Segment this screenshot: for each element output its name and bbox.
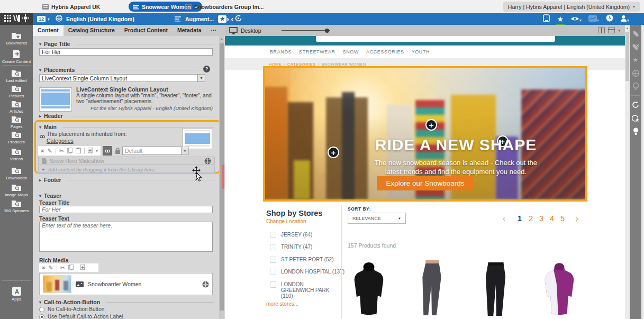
call-icon[interactable] [631,29,640,38]
tab-more[interactable]: ··· [206,25,222,36]
view-select-caret[interactable]: ▼ [182,147,189,155]
device-width-slider[interactable] [282,30,330,31]
slider-knob[interactable] [325,29,329,33]
scroll-up-icon[interactable]: ▲ [219,36,224,42]
drop-zone[interactable]: + Add content by dragging it from the Li… [38,166,215,173]
split-view-icon[interactable] [598,28,605,33]
page-title-input[interactable] [39,48,213,56]
insert-icon[interactable] [80,265,85,271]
remove-icon[interactable]: × [42,265,45,271]
publish-globe-icon[interactable] [631,69,640,77]
tab-content[interactable]: Content [33,25,64,36]
checkbox[interactable] [270,281,276,288]
edit-pencil-icon[interactable]: ✎ [48,265,53,271]
product-image-jacket-black[interactable] [340,259,398,318]
store-filter-item[interactable]: LONDON GREENWICH PARK (110) [270,281,338,299]
cut-icon[interactable]: ✂ [60,265,65,271]
tab-product-content[interactable]: Product Content [120,25,173,36]
augment-label[interactable]: Augment... [185,16,214,22]
nav-item-snow[interactable]: SNOW [343,49,359,54]
tab-metadata[interactable]: Metadata [173,25,206,36]
pagination-page-2[interactable]: 2 [529,214,533,223]
sort-select[interactable]: RELEVANCE ▼ [348,213,406,224]
store-filter-item[interactable]: ST PETER PORT (52) [270,257,333,263]
change-location-link[interactable]: Change Location [266,218,306,224]
pagination-page-5[interactable]: 5 [560,214,565,223]
window-view-icon[interactable] [608,28,615,33]
section-placements[interactable]: ▾ Placements [39,67,198,73]
pagination-page-1[interactable]: 1 [518,214,522,223]
hero-slideshow-highlight[interactable]: + + + RIDE A NEW SHAPE The new snowboard… [263,66,587,202]
remove-icon[interactable]: × [41,148,44,154]
teaser-text-input[interactable] [39,222,213,252]
caret-down-icon[interactable]: ▾ [618,29,620,33]
help-icon[interactable]: ? [203,66,210,72]
workspace-tab-snowboarders[interactable]: Snowboarders Group Im... [181,2,268,12]
user-menu-button[interactable]: Harry | Hybris Apparel | English (United… [503,2,640,12]
teaser-title-input[interactable] [39,206,213,213]
store-filter-item[interactable]: LONDON HOSPITAL (137) [270,269,344,275]
workflow-check-icon[interactable]: ★ [218,15,226,23]
time-travel-clock-icon[interactable] [606,14,613,24]
checkbox[interactable] [270,232,276,238]
store-filter-item[interactable]: TRINITY (47) [270,244,312,250]
globe-remove-icon[interactable] [631,114,640,122]
locale-version-icon[interactable]: 12 [37,16,46,22]
sidebar-item-videos[interactable]: Videos [0,148,33,161]
insert-icon[interactable] [88,148,93,154]
product-image-pants-black[interactable] [467,259,525,318]
form-scrollbar[interactable]: ▲ [219,36,224,319]
edit-pencil-icon[interactable]: ✎ [47,148,52,154]
checkbox[interactable] [270,244,276,250]
lightbulb-icon[interactable] [631,127,640,135]
apps-grid-icon[interactable] [4,14,11,24]
withdraw-globe-icon[interactable] [631,82,640,90]
translation-refresh-icon[interactable] [631,101,640,109]
inherit-toggle-button[interactable] [103,146,112,156]
pagination-page-4[interactable]: 4 [550,214,554,223]
globe-status-icon[interactable] [204,158,211,165]
caret-down-icon[interactable]: ▾ [48,17,50,22]
cut-icon[interactable]: ✂ [59,148,64,154]
radio-checked[interactable] [39,314,44,319]
view-select[interactable]: Default [122,147,182,155]
analytics-icon[interactable]: ▾ [588,14,599,24]
product-image-pants-grey[interactable] [403,259,461,318]
sidebar-item-bookmarks[interactable]: Bookmarks [0,32,33,45]
cta-option-none[interactable]: No Call-to-Action Button [39,306,104,312]
favorites-star-icon[interactable]: ★ [557,15,564,23]
layout-select-caret[interactable]: ▼ [198,74,205,82]
cta-option-default[interactable]: Use Default Call-to-Action Label [39,314,123,319]
nav-item-brands[interactable]: BRANDS [270,49,292,54]
sidebar-item-last-edited[interactable]: Last edited [0,69,33,83]
globe-status-icon[interactable] [202,281,209,288]
scroll-up-icon[interactable]: ▲ [625,25,630,31]
preview-scrollbar[interactable]: ▲ [625,25,630,319]
layout-select[interactable]: LiveContext Single Column Layout [39,74,198,82]
hotspot-plus-icon[interactable]: + [425,119,437,131]
nav-item-streetwear[interactable]: STREETWEAR [299,49,335,54]
checkbox[interactable] [270,257,276,263]
workspace-tab-hybris[interactable]: Hybris Apparel UK [38,2,104,12]
reload-preview-icon[interactable] [234,14,242,24]
approve-check-icon[interactable]: ★ [631,56,640,64]
caret-down-icon[interactable]: ▾ [96,149,98,153]
nav-item-accessories[interactable]: ACCESSORIES [366,49,404,54]
radio-unchecked[interactable] [39,307,44,312]
store-filter-item[interactable]: JERSEY (64) [270,232,312,238]
call-end-icon[interactable] [631,42,640,51]
placement-item-row[interactable]: Snow Hero Slideshow [38,157,215,165]
inherited-categories-link[interactable]: Categories [47,138,74,144]
tab-catalog-structure[interactable]: Catalog Structure [64,25,120,36]
header-chevron-down-icon[interactable]: ▼ [517,39,521,43]
pagination-next[interactable]: › [576,214,578,223]
nav-item-youth[interactable]: YOUTH [412,49,430,54]
control-room-icon[interactable] [22,14,29,24]
sidebar-item-products[interactable]: Products [0,131,33,144]
sidebar-item-360-spinners[interactable]: 360 Spinners [0,199,33,213]
paste-icon[interactable] [76,148,81,154]
section-header[interactable]: ▸ Header [39,113,214,119]
hero-cta-button[interactable]: Explore our Snowboards [377,176,474,190]
product-image-jacket-purple[interactable] [530,259,588,318]
device-preview-icon[interactable] [543,14,550,24]
